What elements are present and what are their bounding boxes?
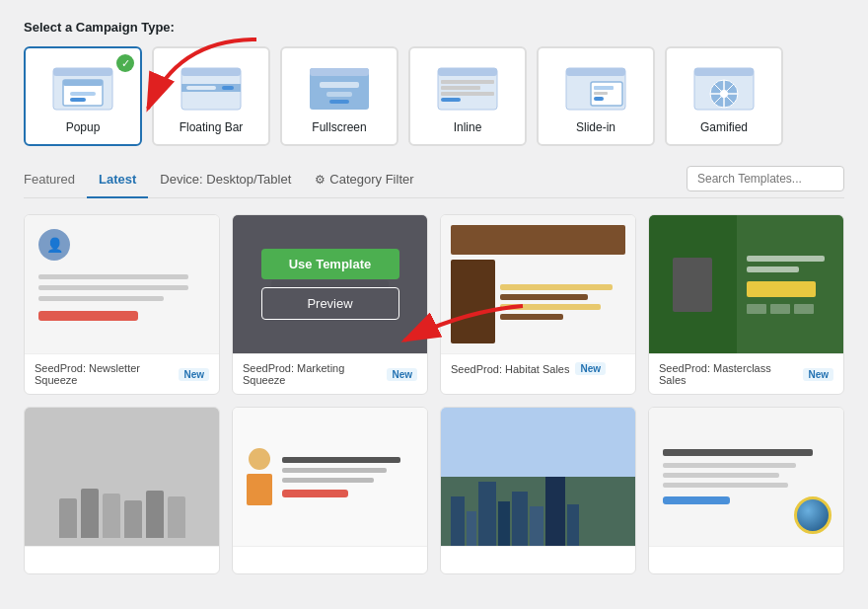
campaign-type-fullscreen[interactable]: Fullscreen — [280, 46, 398, 146]
tab-category[interactable]: ⚙ Category Filter — [303, 166, 425, 198]
preview-button[interactable]: Preview — [261, 287, 399, 320]
campaign-type-inline[interactable]: Inline — [408, 46, 527, 146]
template-footer-marketing: SeedProd: Marketing Squeeze New — [233, 353, 427, 394]
filter-tabs-row: Featured Latest Device: Desktop/Tablet ⚙… — [24, 166, 844, 198]
tab-featured[interactable]: Featured — [24, 166, 87, 198]
svg-rect-15 — [320, 82, 359, 88]
tab-device[interactable]: Device: Desktop/Tablet — [148, 166, 303, 198]
svg-rect-21 — [441, 86, 480, 90]
template-name-newsletter: SeedProd: Newsletter Squeeze — [35, 362, 173, 386]
globe-icon — [794, 496, 832, 534]
fullscreen-label: Fullscreen — [312, 120, 366, 134]
template-grid-row1: 👤 SeedProd: Newsletter Squeeze New — [24, 214, 844, 395]
svg-rect-31 — [694, 68, 754, 76]
template-footer-masterclass: SeedProd: Masterclass Sales New — [649, 353, 843, 394]
floating-bar-icon — [177, 60, 246, 114]
template-thumb-newsletter: 👤 — [25, 215, 219, 353]
inline-icon — [433, 60, 502, 114]
habitat-body — [451, 260, 625, 343]
template-name-habitat: SeedProd: Habitat Sales — [451, 363, 569, 375]
template-name-marketing: SeedProd: Marketing Squeeze — [243, 362, 381, 386]
section-label: Select a Campaign Type: — [24, 20, 844, 35]
campaign-type-slide-in[interactable]: Slide-in — [537, 46, 655, 146]
campaign-type-floating-bar[interactable]: Floating Bar — [152, 46, 270, 146]
masterclass-person — [673, 258, 712, 312]
svg-rect-3 — [53, 68, 112, 76]
template-footer-globe — [649, 546, 843, 573]
template-grid-row2 — [24, 407, 844, 574]
svg-rect-28 — [594, 92, 608, 95]
campaign-type-gamified[interactable]: Gamified — [665, 46, 783, 146]
template-card-masterclass-sales[interactable]: SeedProd: Masterclass Sales New — [648, 214, 844, 395]
badge-new-habitat: New — [575, 362, 606, 375]
svg-rect-20 — [441, 80, 494, 84]
template-card-globe[interactable] — [648, 407, 844, 574]
avatar: 👤 — [38, 229, 70, 261]
template-footer-newsletter: SeedProd: Newsletter Squeeze New — [25, 353, 219, 394]
template-thumb-habitat — [441, 215, 635, 353]
template-footer-city — [441, 546, 635, 573]
habitat-left-panel — [451, 260, 495, 343]
template-overlay: Use Template Preview — [233, 215, 427, 353]
selected-check-icon: ✓ — [116, 54, 134, 72]
template-card-city[interactable] — [440, 407, 636, 574]
page-container: Select a Campaign Type: ✓ Popup — [0, 0, 868, 594]
svg-rect-17 — [329, 100, 349, 104]
template-card-person[interactable] — [232, 407, 428, 574]
badge-new-newsletter: New — [179, 368, 209, 381]
inline-label: Inline — [454, 120, 482, 134]
template-card-newsletter-squeeze[interactable]: 👤 SeedProd: Newsletter Squeeze New — [24, 214, 220, 395]
tab-latest[interactable]: Latest — [87, 166, 148, 198]
svg-rect-11 — [186, 86, 216, 90]
popup-icon — [48, 60, 117, 114]
svg-rect-19 — [438, 68, 497, 76]
template-footer-group — [25, 546, 219, 573]
floating-bar-label: Floating Bar — [180, 120, 244, 134]
template-footer-habitat: SeedProd: Habitat Sales New — [441, 353, 635, 383]
svg-rect-9 — [181, 68, 241, 76]
gear-icon: ⚙ — [315, 173, 326, 187]
svg-rect-7 — [70, 98, 86, 102]
svg-rect-16 — [326, 92, 352, 97]
svg-rect-23 — [441, 98, 461, 102]
fullscreen-icon — [305, 60, 374, 114]
gamified-icon — [689, 60, 759, 114]
template-card-group[interactable] — [24, 407, 220, 574]
template-card-habitat-sales[interactable]: SeedProd: Habitat Sales New — [440, 214, 636, 395]
template-footer-person — [233, 546, 427, 573]
campaign-types-row: ✓ Popup Floating Bar — [24, 46, 844, 146]
svg-rect-12 — [222, 86, 234, 90]
svg-point-37 — [720, 90, 728, 98]
svg-rect-29 — [594, 97, 604, 101]
masterclass-left — [649, 215, 737, 353]
template-thumb-person — [233, 408, 427, 546]
masterclass-right — [737, 215, 843, 353]
template-thumb-group — [25, 408, 219, 546]
badge-new-marketing: New — [387, 368, 417, 381]
svg-rect-6 — [70, 92, 96, 96]
template-thumb-city — [441, 408, 635, 546]
search-templates-input[interactable] — [687, 166, 844, 191]
campaign-type-popup[interactable]: ✓ Popup — [24, 46, 142, 146]
svg-rect-14 — [310, 68, 369, 76]
slide-in-icon — [561, 60, 630, 114]
habitat-header-bar — [451, 225, 625, 255]
slide-in-label: Slide-in — [576, 120, 615, 134]
gamified-label: Gamified — [700, 120, 748, 134]
template-thumb-marketing: Use Template Preview — [233, 215, 427, 353]
svg-rect-25 — [566, 68, 625, 76]
habitat-right-panel — [500, 260, 625, 343]
use-template-button[interactable]: Use Template — [261, 249, 399, 279]
svg-rect-27 — [594, 86, 614, 90]
badge-new-masterclass: New — [803, 368, 833, 381]
person-figure — [247, 448, 272, 505]
template-name-masterclass: SeedProd: Masterclass Sales — [659, 362, 797, 386]
template-card-marketing-squeeze[interactable]: Use Template Preview SeedProd: Marketing… — [232, 214, 428, 395]
template-thumb-globe — [649, 408, 843, 546]
svg-rect-22 — [441, 92, 494, 96]
svg-rect-5 — [63, 80, 103, 86]
template-thumb-masterclass — [649, 215, 843, 353]
popup-label: Popup — [66, 120, 101, 134]
